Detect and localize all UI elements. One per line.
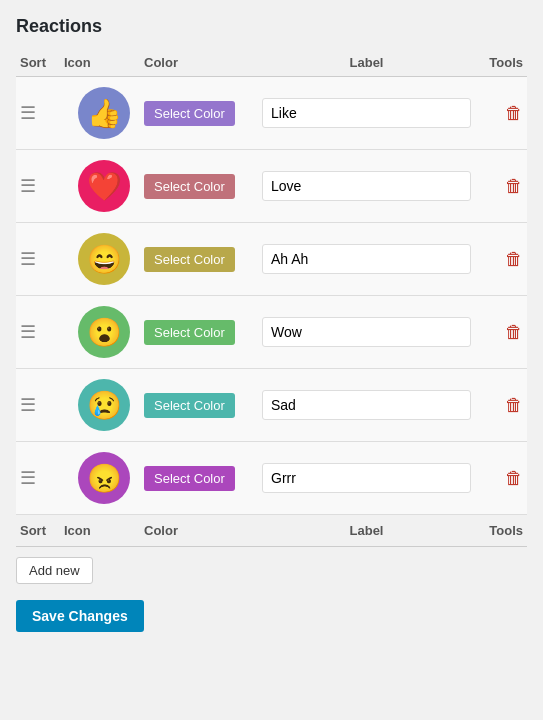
hamburger-icon: ☰: [20, 321, 36, 343]
tools-cell: 🗑: [479, 322, 523, 343]
tools-cell: 🗑: [479, 176, 523, 197]
footer-header: Sort Icon Color Label Tools: [16, 515, 527, 547]
table-row: ☰ 😄 Select Color 🗑: [16, 223, 527, 296]
header-tools: Tools: [479, 55, 523, 70]
delete-button[interactable]: 🗑: [505, 468, 523, 489]
tools-cell: 🗑: [479, 103, 523, 124]
tools-cell: 🗑: [479, 249, 523, 270]
reaction-icon: 😮: [78, 306, 130, 358]
table-row: ☰ 👍 Select Color 🗑: [16, 77, 527, 150]
delete-button[interactable]: 🗑: [505, 103, 523, 124]
hamburger-icon: ☰: [20, 102, 36, 124]
label-cell: [254, 98, 479, 128]
select-color-button[interactable]: Select Color: [144, 320, 235, 345]
delete-button[interactable]: 🗑: [505, 395, 523, 416]
icon-cell: 😮: [64, 306, 144, 358]
color-cell: Select Color: [144, 393, 254, 418]
drag-handle[interactable]: ☰: [20, 102, 64, 124]
reaction-icon: 😠: [78, 452, 130, 504]
add-new-button[interactable]: Add new: [16, 557, 93, 584]
table-row: ☰ ❤️ Select Color 🗑: [16, 150, 527, 223]
drag-handle[interactable]: ☰: [20, 394, 64, 416]
drag-handle[interactable]: ☰: [20, 175, 64, 197]
header-color: Color: [144, 55, 254, 70]
save-changes-button[interactable]: Save Changes: [16, 600, 144, 632]
table-header: Sort Icon Color Label Tools: [16, 49, 527, 77]
select-color-button[interactable]: Select Color: [144, 247, 235, 272]
delete-button[interactable]: 🗑: [505, 249, 523, 270]
header-label: Label: [254, 55, 479, 70]
icon-cell: 👍: [64, 87, 144, 139]
footer-tools: Tools: [479, 523, 523, 538]
footer-color: Color: [144, 523, 254, 538]
select-color-button[interactable]: Select Color: [144, 466, 235, 491]
icon-cell: 😄: [64, 233, 144, 285]
color-cell: Select Color: [144, 466, 254, 491]
footer-sort: Sort: [20, 523, 64, 538]
tools-cell: 🗑: [479, 468, 523, 489]
label-input[interactable]: [262, 171, 471, 201]
label-input[interactable]: [262, 317, 471, 347]
drag-handle[interactable]: ☰: [20, 321, 64, 343]
table-row: ☰ 😢 Select Color 🗑: [16, 369, 527, 442]
color-cell: Select Color: [144, 247, 254, 272]
select-color-button[interactable]: Select Color: [144, 393, 235, 418]
label-cell: [254, 463, 479, 493]
tools-cell: 🗑: [479, 395, 523, 416]
header-sort: Sort: [20, 55, 64, 70]
hamburger-icon: ☰: [20, 175, 36, 197]
label-cell: [254, 171, 479, 201]
color-cell: Select Color: [144, 320, 254, 345]
footer-icon: Icon: [64, 523, 144, 538]
header-icon: Icon: [64, 55, 144, 70]
icon-cell: ❤️: [64, 160, 144, 212]
icon-cell: 😠: [64, 452, 144, 504]
reaction-icon: 😄: [78, 233, 130, 285]
page-title: Reactions: [16, 16, 527, 37]
hamburger-icon: ☰: [20, 248, 36, 270]
reaction-icon: 😢: [78, 379, 130, 431]
hamburger-icon: ☰: [20, 467, 36, 489]
label-input[interactable]: [262, 244, 471, 274]
label-cell: [254, 390, 479, 420]
label-input[interactable]: [262, 463, 471, 493]
label-cell: [254, 244, 479, 274]
color-cell: Select Color: [144, 101, 254, 126]
reactions-list: ☰ 👍 Select Color 🗑 ☰ ❤️ Select Color: [16, 77, 527, 515]
drag-handle[interactable]: ☰: [20, 248, 64, 270]
color-cell: Select Color: [144, 174, 254, 199]
reaction-icon: 👍: [78, 87, 130, 139]
label-cell: [254, 317, 479, 347]
table-row: ☰ 😠 Select Color 🗑: [16, 442, 527, 515]
footer-label: Label: [254, 523, 479, 538]
hamburger-icon: ☰: [20, 394, 36, 416]
select-color-button[interactable]: Select Color: [144, 101, 235, 126]
label-input[interactable]: [262, 390, 471, 420]
reaction-icon: ❤️: [78, 160, 130, 212]
delete-button[interactable]: 🗑: [505, 176, 523, 197]
delete-button[interactable]: 🗑: [505, 322, 523, 343]
select-color-button[interactable]: Select Color: [144, 174, 235, 199]
drag-handle[interactable]: ☰: [20, 467, 64, 489]
label-input[interactable]: [262, 98, 471, 128]
table-row: ☰ 😮 Select Color 🗑: [16, 296, 527, 369]
icon-cell: 😢: [64, 379, 144, 431]
